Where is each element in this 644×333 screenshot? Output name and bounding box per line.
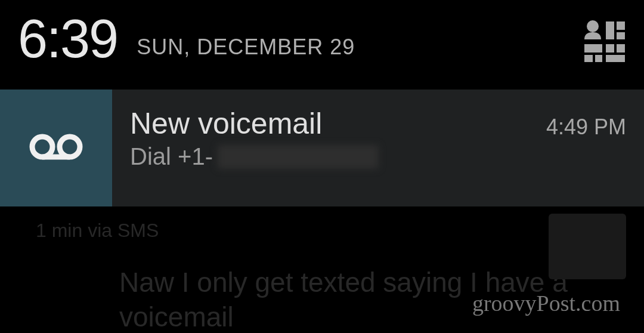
contact-avatar xyxy=(549,214,626,279)
svg-rect-4 xyxy=(584,44,602,53)
svg-rect-9 xyxy=(606,55,625,62)
voicemail-notification[interactable]: New voicemail Dial +1- 4:49 PM xyxy=(0,90,644,206)
voicemail-icon xyxy=(29,132,83,164)
svg-rect-5 xyxy=(606,44,614,53)
notification-subtitle-row: Dial +1- xyxy=(130,143,626,170)
redacted-phone-number xyxy=(218,145,379,169)
svg-rect-6 xyxy=(617,44,625,53)
svg-rect-3 xyxy=(617,32,625,39)
clock-time: 6:39 xyxy=(18,12,117,66)
notification-list: New voicemail Dial +1- 4:49 PM xyxy=(0,90,644,206)
notification-subtitle: Dial +1- xyxy=(130,143,213,170)
watermark-text: groovyPost.com xyxy=(472,290,620,316)
notification-shade-header: 6:39 SUN, DECEMBER 29 xyxy=(0,0,644,78)
notification-content: New voicemail Dial +1- 4:49 PM xyxy=(112,90,644,206)
clock-date: SUN, DECEMBER 29 xyxy=(137,35,355,60)
notification-icon-box xyxy=(0,90,112,206)
svg-rect-1 xyxy=(606,21,614,39)
notification-timestamp: 4:49 PM xyxy=(546,115,626,140)
svg-point-10 xyxy=(32,137,52,157)
svg-rect-2 xyxy=(617,21,625,30)
quick-settings-icon[interactable] xyxy=(581,18,626,63)
message-meta: 1 min via SMS xyxy=(36,220,608,242)
svg-point-0 xyxy=(587,20,599,32)
svg-point-11 xyxy=(60,137,80,157)
svg-rect-7 xyxy=(584,55,593,62)
svg-rect-8 xyxy=(595,55,602,62)
